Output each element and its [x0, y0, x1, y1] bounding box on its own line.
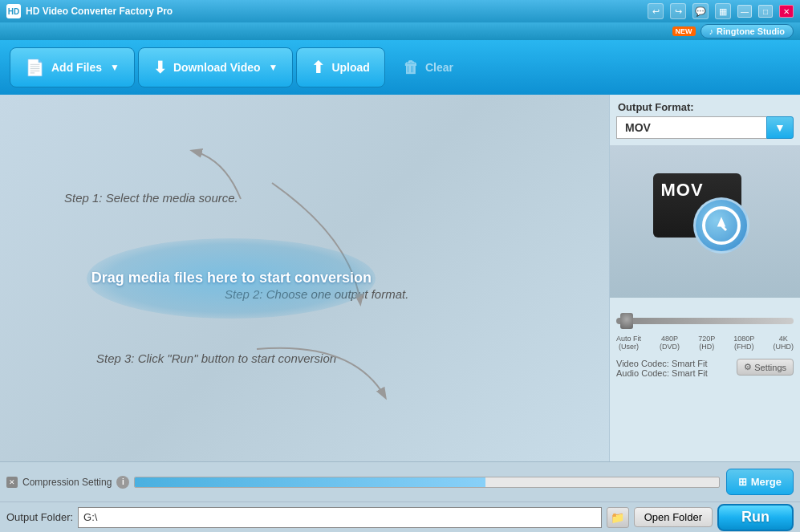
- res-720p: 720P (HD): [698, 335, 715, 351]
- resolution-labels: Auto Fit (User) 480P (DVD) 720P (HD) 108…: [616, 335, 794, 351]
- app-icon: HD: [6, 4, 21, 18]
- main-content: Step 1: Select the media source. Step 2:…: [0, 95, 800, 461]
- settings-label: Settings: [754, 363, 786, 372]
- compression-label: Compression Setting: [22, 477, 112, 488]
- compression-section: ✕ Compression Setting i: [6, 476, 720, 489]
- drag-drop-zone[interactable]: Drag media files here to start conversio…: [87, 238, 376, 319]
- audio-codec: Audio Codec: Smart Fit: [616, 368, 708, 378]
- app-title: HD Video Converter Factory Pro: [26, 6, 173, 17]
- video-codec: Video Codec: Smart Fit: [616, 359, 708, 368]
- compression-icon: ✕: [6, 477, 18, 488]
- drag-text: Drag media files here to start conversio…: [91, 270, 372, 286]
- res-1080p: 1080P (FHD): [733, 335, 754, 351]
- add-files-button[interactable]: 📄 Add Files ▼: [10, 47, 135, 87]
- open-folder-button[interactable]: Open Folder: [634, 507, 713, 527]
- clear-button[interactable]: 🗑 Clear: [388, 47, 468, 87]
- window-controls: ↩ ↪ 💬 ▦ — □ ✕: [648, 3, 794, 19]
- chat-btn[interactable]: 💬: [692, 3, 709, 19]
- download-arrow: ▼: [269, 62, 278, 73]
- toolbar: 📄 Add Files ▼ ⬇ Download Video ▼ ⬆ Uploa…: [0, 40, 800, 95]
- title-bar: HD HD Video Converter Factory Pro ↩ ↪ 💬 …: [0, 0, 800, 22]
- settings-button[interactable]: ⚙ Settings: [737, 359, 794, 376]
- drop-area[interactable]: Step 1: Select the media source. Step 2:…: [0, 95, 609, 461]
- bottom-bar: ✕ Compression Setting i ⊞ Merge: [0, 461, 800, 502]
- chevron-down-icon: ▼: [774, 121, 786, 134]
- new-badge: NEW: [672, 26, 696, 36]
- info-icon[interactable]: i: [116, 476, 129, 489]
- compression-bar: [135, 477, 485, 487]
- download-icon: ⬇: [153, 58, 167, 77]
- resolution-thumb[interactable]: [620, 313, 633, 329]
- upload-button[interactable]: ⬆ Upload: [296, 47, 384, 87]
- folder-label: Output Folder:: [6, 511, 73, 523]
- format-preview: MOV: [610, 145, 800, 298]
- run-button[interactable]: Run: [717, 504, 794, 531]
- res-auto-fit: Auto Fit (User): [616, 335, 641, 351]
- res-4k: 4K (UHD): [773, 335, 794, 351]
- format-value: MOV: [616, 116, 766, 139]
- close-btn[interactable]: ✕: [779, 5, 794, 18]
- redo-btn[interactable]: ↪: [670, 3, 686, 19]
- step3-text: Step 3: Click "Run" button to start conv…: [96, 351, 336, 365]
- compression-bar-container: [134, 477, 719, 488]
- top-strip: NEW ♪ Ringtone Studio: [0, 22, 800, 40]
- folder-browse-button[interactable]: 📁: [607, 507, 629, 528]
- undo-btn[interactable]: ↩: [648, 3, 664, 19]
- right-panel: Output Format: MOV ▼ MOV: [609, 95, 800, 461]
- step1-text: Step 1: Select the media source.: [64, 191, 238, 205]
- mov-text: MOV: [661, 180, 704, 201]
- mov-icon-background: MOV: [653, 173, 741, 238]
- minimize-btn[interactable]: —: [737, 5, 752, 18]
- format-dropdown-button[interactable]: ▼: [766, 116, 794, 139]
- merge-icon: ⊞: [738, 476, 747, 488]
- music-icon: ♪: [709, 26, 714, 36]
- output-format-label: Output Format:: [610, 95, 800, 116]
- add-files-icon: 📄: [25, 58, 45, 77]
- download-video-button[interactable]: ⬇ Download Video ▼: [138, 47, 294, 87]
- output-folder-input[interactable]: [78, 507, 602, 528]
- quicktime-logo: [693, 197, 749, 254]
- upload-icon: ⬆: [311, 58, 325, 77]
- merge-button[interactable]: ⊞ Merge: [726, 469, 794, 495]
- resolution-area: Auto Fit (User) 480P (DVD) 720P (HD) 108…: [610, 304, 800, 355]
- res-480p: 480P (DVD): [660, 335, 680, 351]
- folder-icon: 📁: [611, 511, 624, 524]
- merge-label: Merge: [751, 476, 782, 488]
- maximize-btn[interactable]: □: [758, 5, 773, 18]
- add-files-arrow: ▼: [110, 62, 120, 73]
- resolution-track: [616, 318, 794, 324]
- trash-icon: 🗑: [403, 59, 419, 77]
- footer: Output Folder: 📁 Open Folder Run: [0, 502, 800, 532]
- mov-icon: MOV: [653, 173, 757, 270]
- codec-info: Video Codec: Smart Fit Audio Codec: Smar…: [610, 355, 800, 381]
- ringtone-studio-button[interactable]: ♪ Ringtone Studio: [701, 24, 794, 39]
- format-selector: MOV ▼: [616, 116, 794, 139]
- grid-btn[interactable]: ▦: [715, 3, 731, 19]
- gear-icon: ⚙: [744, 362, 752, 372]
